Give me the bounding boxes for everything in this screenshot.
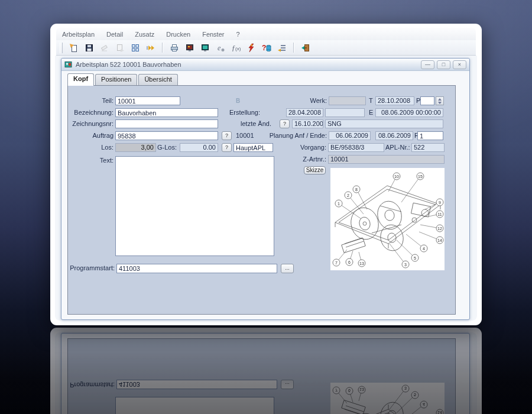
text-area[interactable] — [115, 156, 274, 256]
menu-zusatz[interactable]: Zusatz — [129, 29, 160, 40]
erstellung-label: Erstellung: — [201, 108, 260, 117]
kopf-panel: Teil: B Bezeichnung: Zeichnungsnr: Auftr… — [67, 85, 456, 315]
letzte-aend-help-button[interactable]: ? — [280, 119, 290, 128]
exit-door-icon — [301, 43, 310, 53]
hauptapl-input[interactable] — [233, 143, 273, 152]
toolbar-separator — [293, 43, 294, 53]
z-artnr-field: 10001 — [328, 155, 445, 164]
grid-icon — [131, 43, 140, 53]
auftrag-help-button[interactable]: ? — [222, 131, 232, 140]
erstellung-date-field: 28.04.2008 — [286, 108, 323, 117]
exit-button[interactable] — [299, 41, 313, 54]
svg-text:1: 1 — [338, 202, 340, 206]
letzte-aend-user-field: SNG — [325, 119, 443, 128]
new-document-button[interactable] — [67, 41, 81, 54]
save-icon — [85, 43, 94, 53]
transfer-arrows-icon — [146, 43, 155, 53]
terminal-icon — [200, 43, 210, 53]
toolbar-grip — [60, 43, 63, 53]
svg-text:7: 7 — [335, 261, 338, 265]
e-marker: E — [369, 108, 373, 117]
child-titlebar[interactable]: Arbeitsplan 522 10001 Bauvorhaben — □ × — [61, 59, 469, 71]
programmstart-input[interactable] — [116, 264, 277, 273]
menu-detail[interactable]: Detail — [100, 29, 129, 40]
tab-positionen[interactable]: Positionen — [95, 74, 137, 85]
info-button[interactable]: ? — [259, 41, 274, 54]
svg-text:6: 6 — [348, 260, 351, 264]
letzte-aend-label: letzte Änd. — [212, 119, 271, 128]
minimize-button[interactable]: — — [421, 60, 434, 69]
svg-text:10: 10 — [394, 174, 399, 179]
zeichnungsnr-input[interactable] — [115, 119, 218, 128]
lightning-icon — [246, 43, 256, 53]
f-input[interactable] — [417, 131, 443, 140]
refresh-button[interactable] — [244, 41, 258, 54]
z-artnr-label: Z-Artnr.: — [276, 155, 326, 164]
menu-fenster[interactable]: Fenster — [196, 29, 230, 40]
copy-sheet-button[interactable] — [113, 41, 127, 54]
teil-input[interactable] — [115, 96, 180, 105]
function-icon: ƒ(x) — [231, 43, 241, 53]
planung-start-field: 06.06.2009 — [329, 131, 371, 140]
erase-button[interactable] — [98, 41, 112, 54]
terminal-button[interactable] — [198, 41, 212, 54]
t-date-field: 28.10.2008 — [375, 96, 414, 105]
e-datetime-field: 08.06.2009 00:00:00 — [375, 108, 443, 117]
formula-button[interactable]: ƒ(x) — [229, 41, 243, 54]
menu-help[interactable]: ? — [230, 29, 245, 40]
menu-arbeitsplan[interactable]: Arbeitsplan — [56, 29, 100, 40]
b-marker: B — [236, 98, 240, 104]
tab-uebersicht[interactable]: Übersicht — [138, 74, 177, 85]
vorgang-label: Vorgang: — [276, 143, 326, 152]
help-database-icon: ? — [262, 43, 271, 53]
menu-drucken[interactable]: Drucken — [160, 29, 196, 40]
tab-strip: Kopf Positionen Übersicht — [67, 74, 179, 85]
svg-text:14: 14 — [437, 238, 442, 242]
new-document-icon — [69, 43, 79, 53]
list-arrow-icon — [277, 43, 287, 53]
svg-text:e: e — [218, 44, 221, 52]
screen-preview-icon — [185, 43, 194, 53]
history-button[interactable] — [275, 41, 289, 54]
glos-label: G-Los: — [133, 143, 177, 152]
print-button[interactable] — [167, 41, 181, 54]
p-input[interactable] — [420, 96, 434, 105]
glos-field: 0.00 — [180, 143, 218, 152]
restore-button[interactable]: □ — [437, 60, 450, 69]
programmstart-browse-button[interactable]: ... — [281, 264, 294, 273]
svg-text:12: 12 — [437, 227, 442, 231]
programmstart-label: Programmstart: — [68, 264, 115, 273]
auftrag-input[interactable] — [115, 131, 218, 140]
date-spinner[interactable] — [436, 96, 444, 105]
toolbar: e ƒ(x) ? — [56, 40, 476, 56]
auftrag-label: Auftrag — [68, 131, 113, 140]
close-button[interactable]: × — [453, 60, 466, 69]
eraser-icon — [100, 43, 109, 53]
auftrag-ref-value: 10001 — [236, 131, 254, 140]
apl-nr-label: APL-Nr.: — [385, 143, 410, 152]
apl-nr-field: 522 — [411, 143, 445, 152]
menu-bar: Arbeitsplan Detail Zusatz Drucken Fenste… — [56, 28, 476, 41]
child-window-title: Arbeitsplan 522 10001 Bauvorhaben — [76, 61, 181, 68]
preview-button[interactable] — [183, 41, 197, 54]
svg-text:11: 11 — [437, 212, 442, 216]
glos-help-button[interactable]: ? — [222, 143, 232, 152]
tab-kopf[interactable]: Kopf — [67, 73, 94, 86]
vorgang-field: BE/95838/3 — [328, 143, 384, 152]
werk-field — [329, 96, 366, 105]
grid-button[interactable] — [128, 41, 142, 54]
desktop-background: Arbeitsplan Detail Zusatz Drucken Fenste… — [0, 0, 532, 414]
save-button[interactable] — [82, 41, 96, 54]
skizze-button[interactable]: Skizze — [304, 166, 326, 174]
e-symbol-icon: e — [216, 43, 225, 53]
zeichnungsnr-label: Zeichnungsnr: — [68, 119, 113, 128]
svg-text:8: 8 — [355, 187, 358, 192]
teil-label: Teil: — [68, 96, 113, 105]
mdi-area: Arbeitsplan 522 10001 Bauvorhaben — □ × … — [55, 56, 477, 321]
svg-text:(x): (x) — [235, 46, 241, 51]
t-marker: T — [369, 96, 373, 105]
planung-label: Planung Anf / Ende: — [269, 131, 327, 140]
transfer-button[interactable] — [144, 41, 158, 54]
skizze-drawing: 128101591112144537613 — [330, 168, 445, 270]
units-button[interactable]: e — [213, 41, 228, 54]
